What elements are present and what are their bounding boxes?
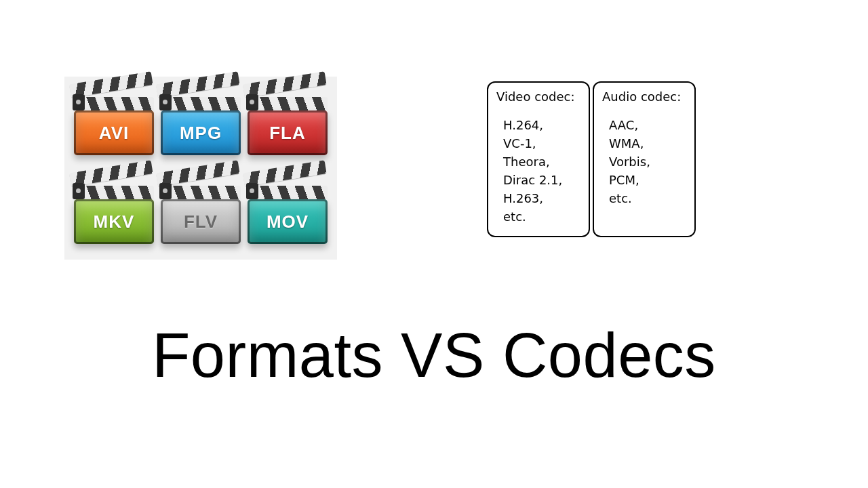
format-board: AVI (74, 110, 154, 155)
audio-codec-title: Audio codec: (602, 89, 686, 104)
formats-grid: AVI MPG FLA MKV FLV (64, 77, 337, 260)
video-codec-box: Video codec: H.264, VC-1, Theora, Dirac … (487, 81, 590, 237)
format-board: MKV (74, 199, 154, 244)
format-flv: FLV (161, 179, 241, 247)
clapper-hinge-icon (159, 183, 172, 199)
clapper-bar-icon (161, 186, 241, 199)
codecs-panel: Video codec: H.264, VC-1, Theora, Dirac … (487, 81, 696, 237)
format-label: FLV (184, 211, 218, 232)
clapper-hinge-icon (159, 94, 172, 110)
clapper-hinge-icon (246, 183, 258, 199)
format-board: MOV (248, 199, 328, 244)
audio-codec-list: AAC, WMA, Vorbis, PCM, etc. (602, 116, 686, 207)
clapper-bar-icon (248, 186, 328, 199)
clapper-bar-icon (74, 97, 154, 110)
format-mov: MOV (248, 179, 328, 247)
format-label: AVI (99, 123, 129, 144)
audio-codec-box: Audio codec: AAC, WMA, Vorbis, PCM, etc. (593, 81, 696, 237)
format-mkv: MKV (74, 179, 154, 247)
clapper-hinge-icon (73, 183, 85, 199)
clapper-bar-icon (248, 97, 328, 110)
clapper-hinge-icon (73, 94, 85, 110)
format-fla: FLA (248, 90, 328, 158)
clapper-hinge-icon (246, 94, 258, 110)
clapper-bar-icon (161, 97, 241, 110)
video-codec-list: H.264, VC-1, Theora, Dirac 2.1, H.263, e… (496, 116, 580, 226)
format-avi: AVI (74, 90, 154, 158)
format-board: FLA (248, 110, 328, 155)
format-label: MOV (267, 211, 309, 232)
format-label: FLA (269, 123, 306, 144)
format-mpg: MPG (161, 90, 241, 158)
format-board: FLV (161, 199, 241, 244)
video-codec-title: Video codec: (496, 89, 580, 104)
clapper-bar-icon (74, 186, 154, 199)
headline-text: Formats VS Codecs (0, 320, 868, 391)
format-label: MPG (180, 123, 222, 144)
format-board: MPG (161, 110, 241, 155)
format-label: MKV (94, 211, 135, 232)
